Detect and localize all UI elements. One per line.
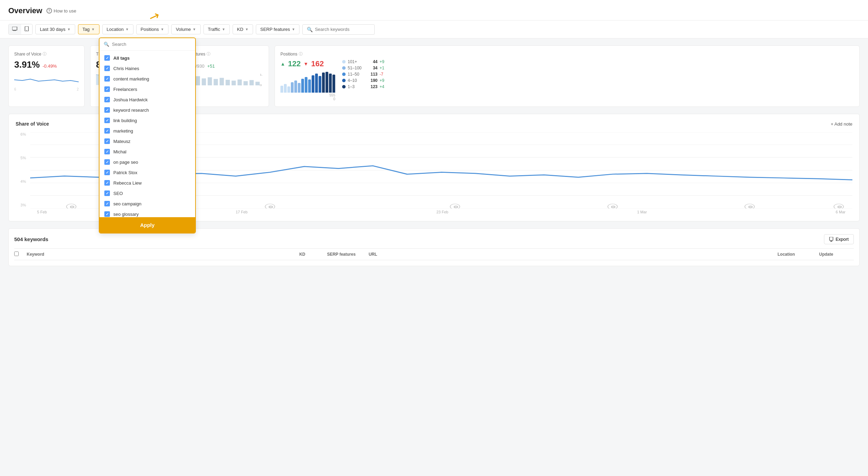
svg-text:0: 0	[260, 84, 262, 87]
th-kd: KD	[299, 252, 327, 257]
dropdown-search-input[interactable]	[112, 42, 191, 47]
location-label: Location	[107, 27, 124, 32]
dropdown-item-label: All tags	[113, 56, 130, 61]
svg-rect-26	[232, 80, 236, 85]
add-note-label: + Add note	[831, 121, 852, 127]
dropdown-item[interactable]: Mateusz	[99, 136, 195, 146]
positions-bar-chart	[280, 72, 335, 93]
location-filter-btn[interactable]: Location ▼	[102, 24, 133, 34]
dropdown-item[interactable]: Rebecca Liew	[99, 178, 195, 188]
sov-value: 3.91%	[14, 59, 40, 70]
positions-filter-btn[interactable]: Positions ▼	[136, 24, 169, 34]
traffic-arrow: ▼	[222, 27, 225, 31]
dropdown-checkbox	[104, 211, 110, 217]
svg-text:⚙: ⚙	[69, 205, 75, 209]
volume-label: Volume	[176, 27, 191, 32]
table-header: Keyword KD SERP features URL Location Up…	[14, 248, 854, 260]
serp-features-filter-btn[interactable]: SERP features ▼	[256, 24, 300, 34]
legend-label-51-100: 51–100	[348, 66, 365, 70]
tag-arrow: ▼	[92, 27, 95, 31]
dropdown-item[interactable]: keyword research	[99, 105, 195, 115]
positions-down-value: 162	[311, 59, 324, 68]
dropdown-item-label: seo campaign	[113, 201, 141, 206]
legend-count-4-10: 190	[367, 78, 377, 83]
export-label: Export	[835, 237, 849, 242]
svg-rect-0	[12, 27, 17, 30]
volume-filter-btn[interactable]: Volume ▼	[171, 24, 200, 34]
positions-metric-label: Positions ⓘ	[280, 51, 854, 57]
dropdown-item[interactable]: Freelancers	[99, 84, 195, 94]
date-range-arrow: ▼	[67, 27, 71, 31]
th-update: Update	[819, 252, 854, 257]
dropdown-checkbox	[104, 97, 110, 102]
dropdown-item[interactable]: content marketing	[99, 74, 195, 84]
sov-mini-chart	[14, 73, 79, 87]
page-header: Overview ? How to use	[0, 0, 868, 20]
dropdown-item-label: seo glossary	[113, 212, 139, 217]
chart-title: Share of Voice	[16, 121, 49, 127]
dropdown-item[interactable]: marketing	[99, 126, 195, 136]
desktop-device-btn[interactable]	[9, 24, 21, 34]
dropdown-checkbox	[104, 118, 110, 123]
add-note-btn[interactable]: + Add note	[831, 121, 852, 127]
keywords-section: 504 keywords Export Keyword KD SERP feat…	[8, 228, 860, 266]
apply-btn[interactable]: Apply	[99, 217, 195, 233]
dropdown-item[interactable]: SEO	[99, 188, 195, 198]
positions-card: Positions ⓘ ▲ 122 ▼ 162	[275, 45, 860, 107]
legend-dot-101plus	[342, 60, 346, 63]
dropdown-item-label: on page seo	[113, 160, 138, 165]
legend-count-1-3: 123	[367, 84, 377, 89]
positions-info-icon: ⓘ	[299, 51, 303, 57]
dropdown-item-label: keyword research	[113, 108, 149, 113]
dropdown-item[interactable]: Joshua Hardwick	[99, 94, 195, 105]
kd-label: KD	[237, 27, 243, 32]
dropdown-item-label: SEO	[113, 191, 123, 196]
dropdown-item[interactable]: link building	[99, 115, 195, 126]
mobile-device-btn[interactable]	[21, 24, 32, 34]
svg-text:1.2K: 1.2K	[260, 74, 263, 76]
dropdown-item[interactable]: seo glossary	[99, 209, 195, 217]
dropdown-item-label: Freelancers	[113, 87, 137, 92]
keywords-search-input[interactable]	[315, 27, 370, 32]
dropdown-checkbox	[104, 180, 110, 186]
positions-arrow: ▼	[160, 27, 164, 31]
date-range-btn[interactable]: Last 30 days ▼	[35, 24, 75, 34]
sov-label: Share of Voice ⓘ	[14, 51, 79, 57]
dropdown-search-container[interactable]: 🔍	[99, 38, 195, 51]
positions-label: Positions	[141, 27, 159, 32]
dropdown-checkbox	[104, 170, 110, 175]
dropdown-item[interactable]: on page seo	[99, 157, 195, 167]
legend-4-10: 4–10 190 +9	[342, 78, 390, 83]
svg-text:⚙: ⚙	[453, 205, 459, 209]
serp-features-arrow: ▼	[292, 27, 295, 31]
dropdown-item[interactable]: Patrick Stox	[99, 167, 195, 178]
legend-delta-4-10: +9	[380, 78, 390, 83]
dropdown-item-label: link building	[113, 118, 137, 123]
legend-count-51-100: 34	[367, 66, 377, 70]
select-all-checkbox[interactable]	[14, 252, 19, 256]
how-to-use-link[interactable]: ? How to use	[46, 8, 76, 14]
svg-text:⚙: ⚙	[748, 205, 753, 209]
svg-rect-24	[220, 78, 224, 85]
kd-filter-btn[interactable]: KD ▼	[233, 24, 253, 34]
svg-text:⚙: ⚙	[268, 205, 274, 209]
dropdown-checkbox	[104, 201, 110, 206]
svg-rect-25	[226, 80, 230, 85]
th-checkbox	[14, 252, 27, 257]
dropdown-checkbox	[104, 190, 110, 196]
keywords-search[interactable]: 🔍	[302, 24, 375, 35]
legend-label-11-50: 11–50	[348, 72, 365, 77]
positions-up-value: 122	[288, 59, 301, 68]
legend-delta-101plus: +9	[380, 59, 390, 64]
dropdown-item[interactable]: Michal	[99, 146, 195, 157]
dropdown-checkbox	[104, 149, 110, 154]
th-keyword: Keyword	[27, 252, 299, 257]
export-btn[interactable]: Export	[824, 234, 854, 244]
dropdown-list: All tagsChris Hainescontent marketingFre…	[99, 51, 195, 217]
dropdown-item[interactable]: seo campaign	[99, 198, 195, 209]
dropdown-item[interactable]: Chris Haines	[99, 63, 195, 74]
tag-filter-btn[interactable]: Tag ▼	[78, 24, 99, 34]
svg-text:⚙: ⚙	[610, 205, 616, 209]
dropdown-item[interactable]: All tags	[99, 53, 195, 63]
traffic-filter-btn[interactable]: Traffic ▼	[203, 24, 230, 34]
